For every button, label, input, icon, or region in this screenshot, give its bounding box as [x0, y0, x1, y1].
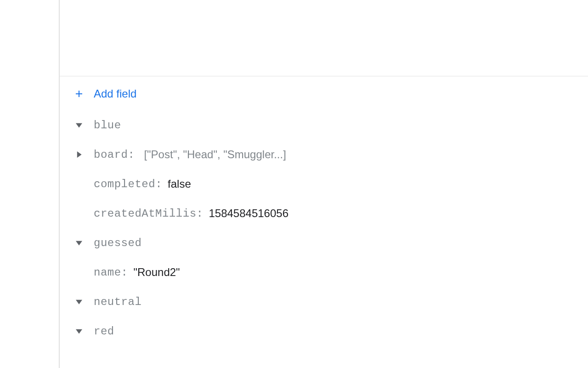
expand-down-icon[interactable] — [74, 296, 85, 307]
field-key: red — [94, 325, 114, 338]
field-row-createdatmillis[interactable]: createdAtMillis 1584584516056 — [74, 199, 588, 228]
add-field-button[interactable]: Add field — [60, 76, 588, 110]
field-row-neutral[interactable]: neutral — [74, 287, 588, 316]
field-row-completed[interactable]: completed false — [74, 169, 588, 199]
field-value: "Round2" — [134, 266, 180, 279]
field-key: board — [94, 149, 140, 161]
field-key: neutral — [94, 296, 141, 308]
expander-spacer — [74, 267, 85, 278]
field-row-guessed[interactable]: guessed — [74, 228, 588, 258]
field-key: completed — [94, 178, 168, 190]
field-key: blue — [94, 119, 121, 132]
add-field-label: Add field — [94, 87, 136, 100]
expand-right-icon[interactable] — [74, 149, 85, 160]
left-gutter — [0, 0, 60, 368]
field-row-name[interactable]: name "Round2" — [74, 258, 588, 287]
expander-spacer — [74, 178, 85, 190]
top-blank-area — [60, 0, 588, 76]
field-value: ["Post", "Head", "Smuggler...] — [144, 148, 286, 161]
main-area: Add field blue board ["Post", "Head", "S… — [60, 0, 588, 368]
plus-icon — [74, 88, 85, 99]
field-row-board[interactable]: board ["Post", "Head", "Smuggler...] — [74, 140, 588, 169]
field-value: false — [168, 178, 191, 190]
field-key: guessed — [94, 237, 141, 249]
field-value: 1584584516056 — [209, 207, 288, 220]
field-key: name — [94, 266, 134, 279]
expand-down-icon[interactable] — [74, 326, 85, 337]
expand-down-icon[interactable] — [74, 120, 85, 131]
field-row-red[interactable]: red — [74, 316, 588, 346]
field-key: createdAtMillis — [94, 207, 209, 220]
expand-down-icon[interactable] — [74, 237, 85, 248]
fields-list: blue board ["Post", "Head", "Smuggler...… — [60, 110, 588, 346]
expander-spacer — [74, 208, 85, 219]
field-row-blue[interactable]: blue — [74, 110, 588, 140]
